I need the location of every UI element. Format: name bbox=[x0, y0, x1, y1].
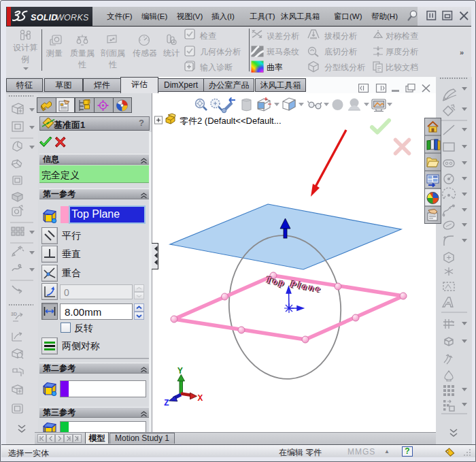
svg-text:Y: Y bbox=[177, 366, 183, 376]
svg-text:SOLID: SOLID bbox=[31, 13, 58, 22]
svg-text:WORKS: WORKS bbox=[56, 13, 88, 22]
svg-text:零件2 (Default<<Default...: 零件2 (Default<<Default... bbox=[180, 116, 282, 126]
svg-text:X: X bbox=[198, 393, 203, 403]
svg-text:Z: Z bbox=[164, 398, 169, 408]
svg-text:3D: 3D bbox=[11, 312, 17, 316]
